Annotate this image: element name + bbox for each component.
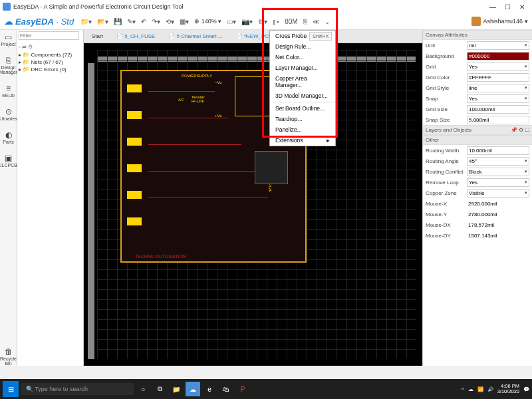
top-toolbar: ☁ EasyEDA · Std 📁▾ 📂▾ 💾 ✎▾ ↶ ↷▾ ⟲▾ ▦▾ ⊕ … — [0, 13, 532, 30]
save-icon[interactable]: 💾 — [114, 18, 122, 25]
hdr-layers[interactable]: Layers and Objects 📌 ⚙ ☐ — [423, 125, 532, 135]
left-nav: ▭Project ⎘Design Manager ≡EELib ⊙Librari… — [0, 30, 17, 366]
silk-mvo: −Vo — [215, 80, 222, 84]
logo: EasyEDA · Std — [15, 17, 74, 27]
maximize-button[interactable]: ☐ — [500, 1, 515, 12]
snap-select[interactable]: Yes — [467, 94, 529, 103]
routing-conflict[interactable]: Block — [467, 168, 529, 176]
view-icon[interactable]: ▭▾ — [227, 18, 236, 25]
gridcolor-input[interactable]: #FFFFFF — [467, 73, 529, 82]
explorer-icon[interactable]: 📁 — [169, 382, 184, 396]
zoom-label[interactable]: ⊕ 140% ▾ — [194, 18, 221, 25]
mouse-x: 2920.000mil — [467, 200, 529, 208]
open-icon[interactable]: 📂▾ — [97, 18, 108, 25]
nav-jlcpcb[interactable]: ▣JLCPCB — [0, 154, 17, 168]
close-button[interactable]: ✕ — [515, 1, 529, 12]
nav-design-manager[interactable]: ⎘Design Manager — [0, 56, 17, 74]
pcb-canvas[interactable]: POWERSUPPLY −Vo AC Tenstar Hi-Link +Vo E… — [84, 43, 422, 366]
hdr-other: Other — [423, 135, 532, 145]
routing-angle[interactable]: 45° — [467, 157, 529, 166]
pencil-icon[interactable]: ✎▾ — [127, 18, 136, 25]
clock[interactable]: 4:06 PM 3/10/2020 — [497, 384, 519, 395]
copper-zone[interactable]: Visible — [467, 189, 529, 198]
app1-icon[interactable]: ☁ — [186, 382, 200, 396]
camera-icon[interactable]: 📷▾ — [241, 18, 253, 25]
tool-icon[interactable]: ⚙▾ — [258, 18, 267, 25]
user-menu[interactable]: Ashishamu146 ▾ — [471, 17, 528, 26]
tray-up-icon[interactable]: ^ — [462, 386, 464, 392]
tab-smart[interactable]: 📄 5 Channel Smart ... — [164, 32, 226, 41]
minimize-button[interactable]: — — [485, 1, 500, 12]
search-box[interactable]: 🔍 Type here to search — [21, 383, 134, 395]
mouse-dy: 1507.143mil — [467, 231, 529, 240]
tray-wifi-icon[interactable]: 📶 — [477, 386, 483, 392]
menu-design-rule[interactable]: Design Rule... — [270, 41, 335, 52]
tree-nets[interactable]: ▸ 📁 Nets (67 / 67) — [19, 59, 82, 66]
tab-bar: Start 📄 5_CH_FUSE 📄 5 Channel Smart ... … — [84, 30, 422, 43]
ruler-vertical — [88, 63, 94, 359]
snapsize-input[interactable]: 5.000mil — [467, 116, 529, 124]
bg-color[interactable]: #000000 — [467, 52, 529, 61]
menu-extensions[interactable]: Extensions▸ — [270, 135, 335, 146]
menu-teardrop[interactable]: Teardrop... — [270, 114, 335, 124]
canvas-area: Start 📄 5_CH_FUSE 📄 5 Channel Smart ... … — [84, 30, 422, 366]
share-icon[interactable]: ≪ — [313, 18, 319, 25]
bom-label[interactable]: 80M — [285, 18, 297, 25]
tree-components[interactable]: ▸ 📁 Components (72) — [19, 51, 82, 59]
shortcut-hint: Shift+X — [309, 32, 332, 41]
hdr-canvas: Canvas Attributes — [423, 30, 532, 40]
start-button[interactable]: ⊞ — [3, 381, 19, 397]
gridsize-input[interactable]: 100.000mil — [467, 105, 529, 114]
align-icon[interactable]: ▦▾ — [180, 18, 189, 25]
tab-start[interactable]: Start — [88, 32, 107, 41]
avatar — [471, 17, 481, 26]
taskview-icon[interactable]: ⧉ — [152, 382, 167, 396]
silk-power: POWERSUPPLY — [182, 74, 212, 78]
mouse-y: 2780.000mil — [467, 210, 529, 219]
cortana-icon[interactable]: ○ — [136, 382, 150, 396]
tree-drc[interactable]: ▸ 📁 DRC Errors (0) — [19, 66, 82, 73]
store-icon[interactable]: 🛍 — [219, 382, 233, 396]
redo-icon[interactable]: ↷▾ — [152, 18, 160, 25]
app-icon — [3, 3, 11, 11]
filter-input[interactable] — [19, 31, 79, 40]
unit-select[interactable]: mil — [467, 41, 529, 50]
silk-ac: AC — [178, 98, 184, 102]
menu-board-outline[interactable]: Set Board Outline... — [270, 103, 335, 114]
filter-icon[interactable]: ⫿▾ — [273, 18, 279, 25]
notifications-icon[interactable]: 💬 — [523, 386, 529, 392]
nav-project[interactable]: ▭Project — [1, 33, 16, 47]
menu-layer-manager[interactable]: Layer Manager... — [270, 63, 335, 73]
windows-taskbar: ⊞ 🔍 Type here to search ○ ⧉ 📁 ☁ e 🛍 P ^ … — [0, 379, 532, 399]
route-icon[interactable]: ⟲▾ — [166, 18, 174, 25]
routing-width[interactable]: 10.000mil — [467, 146, 529, 155]
title-bar: EasyEDA - A Simple and Powerful Electron… — [0, 0, 532, 13]
tree-panel: ▫ ⇄ ⚙ ▸ 📁 Components (72) ▸ 📁 Nets (67 /… — [17, 30, 84, 366]
tray-cloud-icon[interactable]: ☁ — [468, 386, 473, 392]
tray-volume-icon[interactable]: 🔊 — [487, 386, 493, 392]
grid-select[interactable]: Yes — [467, 63, 529, 71]
silk-tenstar: Tenstar Hi-Link — [192, 95, 205, 103]
file-icon[interactable]: 📁▾ — [80, 18, 92, 25]
chevron-down-icon[interactable]: ⌄ — [325, 18, 330, 25]
nav-libraries[interactable]: ⊙Libraries — [0, 107, 17, 121]
properties-panel: Canvas Attributes Unitmil Background#000… — [422, 30, 532, 366]
export-icon[interactable]: ⎘ — [303, 18, 307, 25]
tab-fuse[interactable]: 📄 5_CH_FUSE — [112, 32, 159, 41]
nav-parts[interactable]: ◐Parts — [3, 130, 13, 144]
edge-icon[interactable]: e — [202, 382, 217, 396]
remove-loop[interactable]: Yes — [467, 178, 529, 187]
window-title: EasyEDA - A Simple and Powerful Electron… — [13, 3, 183, 10]
undo-icon[interactable]: ↶ — [141, 18, 146, 25]
nav-eelib[interactable]: ≡EELib — [2, 84, 15, 98]
menu-net-color[interactable]: Net Color... — [270, 52, 335, 63]
menu-3d-model[interactable]: 3D Model Manager... — [270, 90, 335, 101]
tools-menu: Cross Probe Design Rule... Net Color... … — [269, 30, 336, 146]
menu-copper-area[interactable]: Copper Area Manager... — [270, 73, 335, 90]
ppt-icon[interactable]: P — [235, 382, 250, 396]
mouse-dx: 178.572mil — [467, 221, 529, 229]
nav-recycle[interactable]: 🗑Recycle Bin — [0, 347, 17, 366]
menu-panelize[interactable]: Panelize... — [270, 124, 335, 135]
silk-brand: TECHNO AUTOMATION — [135, 254, 186, 259]
gridstyle-select[interactable]: line — [467, 84, 529, 92]
